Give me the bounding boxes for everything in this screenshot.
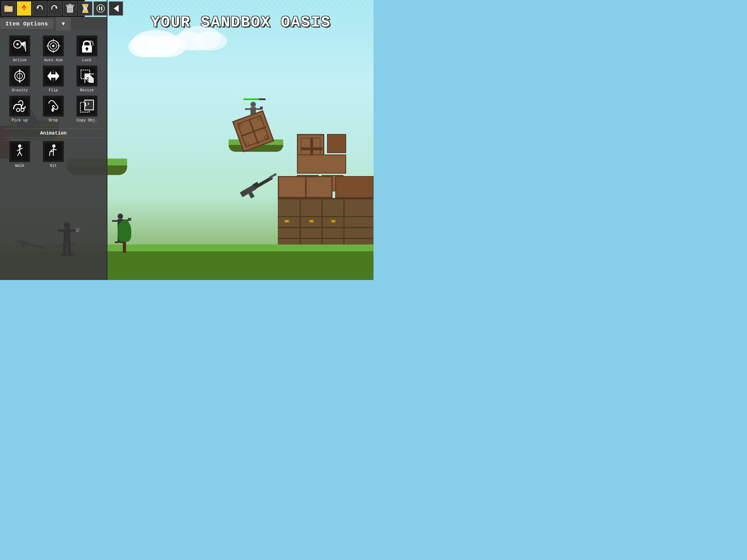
walk-label: Walk [15, 163, 25, 168]
svg-point-65 [52, 144, 55, 148]
panel-dropdown-button[interactable]: ▼ [56, 17, 71, 31]
clouds [123, 22, 232, 77]
option-gravity[interactable]: Gravity [4, 65, 35, 93]
flip-icon [42, 65, 64, 87]
svg-rect-124 [112, 220, 118, 222]
resize-icon: 2 [76, 65, 98, 87]
svg-rect-7 [69, 4, 71, 5]
panel-header: Item Options ▼ [0, 17, 107, 31]
active-icon [9, 35, 31, 57]
folder-button[interactable] [2, 1, 16, 16]
svg-marker-17 [114, 5, 119, 12]
svg-rect-16 [101, 6, 102, 10]
toolbar [0, 0, 85, 17]
option-auto-aim[interactable]: Auto Aim [38, 35, 69, 62]
svg-line-70 [50, 152, 50, 156]
option-sit[interactable]: Sit [38, 141, 69, 168]
pause-button[interactable] [94, 1, 108, 16]
svg-rect-2 [4, 5, 8, 7]
auto-aim-label: Auto Aim [44, 58, 62, 62]
fire-tool-button[interactable] [17, 1, 31, 16]
pickup-label: Pick up [12, 118, 28, 123]
panel-character-preview [53, 221, 81, 272]
svg-point-122 [118, 213, 123, 219]
resize-label: Resize [80, 88, 94, 93]
gravity-icon [9, 65, 31, 87]
animation-grid: Walk Sit [4, 141, 102, 168]
sit-icon [42, 141, 64, 162]
animation-title: Animation [4, 128, 102, 138]
lock-icon [76, 35, 98, 57]
option-pickup[interactable]: Pick up [4, 95, 35, 123]
svg-line-21 [25, 42, 26, 51]
svg-point-101 [251, 102, 256, 107]
animation-section: Animation Walk [0, 127, 107, 171]
option-drop[interactable]: Drop [38, 95, 69, 123]
options-grid: Active Auto Aim [0, 31, 107, 127]
svg-rect-79 [68, 242, 71, 256]
side-panel: Item Options ▼ Active [0, 17, 107, 280]
svg-line-68 [53, 149, 57, 150]
option-copy[interactable]: 1² Copy Obj. [71, 95, 102, 123]
drop-label: Drop [49, 118, 58, 123]
svg-rect-74 [58, 229, 64, 232]
svg-point-72 [64, 222, 70, 229]
svg-rect-73 [64, 229, 70, 242]
redo-button[interactable] [48, 1, 62, 16]
lock-label: Lock [82, 58, 92, 62]
option-active[interactable]: Active [4, 35, 35, 62]
svg-rect-77 [76, 228, 79, 232]
active-label: Active [13, 58, 27, 62]
svg-rect-52 [45, 98, 61, 114]
bottom-crates [278, 171, 374, 253]
option-lock[interactable]: Lock [71, 35, 102, 62]
copy-icon: 1² [76, 95, 98, 117]
svg-text:2: 2 [86, 77, 89, 82]
flip-label: Flip [49, 88, 58, 93]
option-flip[interactable]: Flip [38, 65, 69, 93]
panel-title: Item Options [0, 19, 54, 29]
svg-point-25 [52, 45, 54, 47]
delete-button[interactable] [63, 1, 77, 16]
hourglass-button[interactable] [78, 1, 93, 16]
svg-rect-80 [60, 254, 66, 256]
undo-button[interactable] [32, 1, 47, 16]
drop-icon [42, 95, 64, 117]
svg-rect-106 [260, 107, 263, 109]
panel-divider [107, 0, 107, 280]
sit-label: Sit [50, 163, 57, 168]
svg-rect-78 [63, 242, 67, 256]
pickup-icon [9, 95, 31, 117]
collapse-button[interactable] [109, 1, 123, 16]
svg-point-87 [194, 31, 227, 51]
svg-rect-114 [269, 173, 277, 179]
bg-tree [118, 220, 131, 253]
svg-point-58 [18, 144, 21, 148]
svg-point-20 [17, 43, 19, 45]
walk-icon [9, 141, 31, 162]
svg-rect-103 [245, 108, 251, 110]
auto-aim-icon [42, 35, 64, 57]
svg-rect-33 [86, 49, 87, 51]
copy-label: Copy Obj. [77, 118, 97, 123]
svg-text:1²: 1² [84, 102, 90, 107]
floating-gun [238, 169, 282, 205]
svg-rect-15 [99, 6, 100, 10]
option-resize[interactable]: 2 Resize [71, 65, 102, 93]
option-walk[interactable]: Walk [4, 141, 35, 168]
svg-point-14 [97, 5, 104, 12]
gravity-label: Gravity [12, 88, 28, 93]
svg-rect-81 [68, 254, 73, 256]
